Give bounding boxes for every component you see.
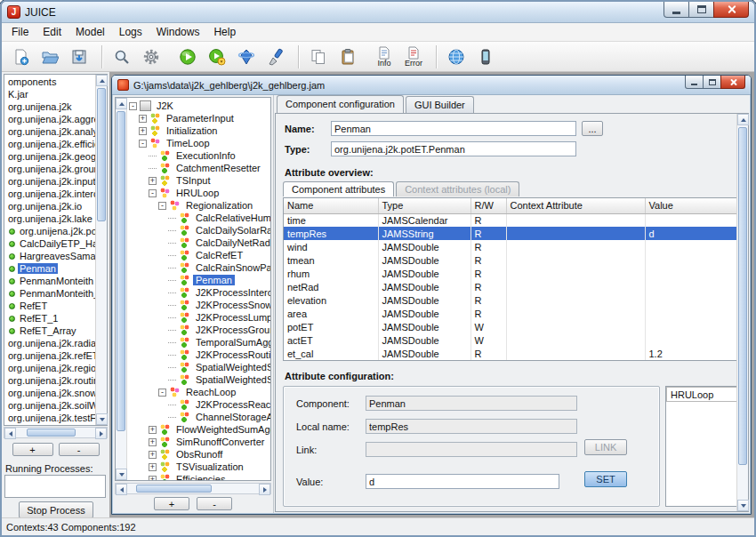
- tree-collapse-icon[interactable]: -: [129, 102, 137, 110]
- component-list-item[interactable]: org.unijena.j2k.soilWa: [4, 399, 95, 412]
- column-header[interactable]: Type: [378, 198, 470, 213]
- open-model-button[interactable]: [36, 43, 63, 70]
- scroll-down-button[interactable]: [116, 469, 127, 480]
- tree-item[interactable]: ChannelStorageAgg: [127, 411, 270, 423]
- tree-horizontal-scrollbar[interactable]: [115, 483, 271, 494]
- error-log-button[interactable]: Error: [400, 43, 427, 70]
- scroll-left-button[interactable]: [4, 428, 16, 439]
- scroll-down-button[interactable]: [96, 413, 108, 425]
- component-list-item[interactable]: RefET_1: [4, 312, 95, 325]
- tree-item[interactable]: +SimRunoffConverter: [127, 436, 270, 448]
- tree-item[interactable]: J2KProcessLumpedS: [127, 311, 270, 324]
- tree-item[interactable]: CalcRelativeHumidit: [127, 212, 270, 224]
- tree-item[interactable]: J2KProcessGroundw: [127, 324, 270, 336]
- inner-maximize-button[interactable]: [703, 76, 721, 89]
- attr-table-row[interactable]: tmeanJAMSDoubleR: [284, 253, 739, 267]
- inner-minimize-button[interactable]: [685, 76, 704, 89]
- menu-item-windows[interactable]: Windows: [149, 24, 207, 40]
- component-list-item[interactable]: PenmanMonteith_: [4, 287, 95, 300]
- tree-expand-icon[interactable]: +: [139, 127, 147, 135]
- tree-item[interactable]: +TSInput: [127, 174, 270, 187]
- new-model-button[interactable]: [7, 43, 34, 70]
- component-list-item[interactable]: org.unijena.j2k.routin: [4, 374, 95, 387]
- attr-table-row[interactable]: areaJAMSDoubleR: [284, 307, 739, 320]
- component-list-item[interactable]: RefET: [4, 300, 95, 312]
- tree-item[interactable]: +ParameterInput: [127, 112, 270, 124]
- tree-item[interactable]: ExecutionInfo: [127, 149, 270, 162]
- device-button[interactable]: [472, 43, 499, 70]
- scroll-thumb[interactable]: [97, 88, 106, 221]
- component-list-item[interactable]: org.unijena.j2k.geogr: [4, 150, 95, 163]
- attr-table-row[interactable]: potETJAMSDoubleW: [284, 320, 739, 333]
- component-list-item[interactable]: org.unijena.j2k.refET: [4, 349, 95, 362]
- tree-item[interactable]: Penman: [127, 274, 270, 286]
- close-button[interactable]: [713, 2, 749, 18]
- component-list-item[interactable]: K.jar: [4, 88, 95, 100]
- component-list-item[interactable]: org.unijena.j2k.interc: [4, 188, 95, 200]
- tree-item[interactable]: J2KProcessSnow: [127, 299, 270, 311]
- menu-item-edit[interactable]: Edit: [36, 24, 68, 40]
- add-component-button[interactable]: +: [12, 443, 53, 456]
- tree-item[interactable]: -ReachLoop: [127, 386, 270, 398]
- tree-collapse-icon[interactable]: -: [158, 389, 166, 397]
- attr-table-row[interactable]: netRadJAMSDoubleR: [284, 280, 739, 293]
- tree-collapse-icon[interactable]: -: [149, 189, 157, 197]
- column-header[interactable]: R/W: [470, 198, 506, 213]
- tree-expand-icon[interactable]: +: [149, 426, 157, 434]
- tree-expand-icon[interactable]: +: [149, 476, 157, 481]
- tab-component-configuration[interactable]: Component configuration: [277, 95, 404, 113]
- remove-component-button[interactable]: -: [59, 443, 100, 456]
- run-model-button[interactable]: [174, 43, 201, 70]
- component-list-item[interactable]: org.unijena.j2k: [4, 100, 95, 113]
- inner-close-button[interactable]: [720, 76, 745, 89]
- tree-expand-icon[interactable]: +: [149, 177, 157, 185]
- scroll-thumb[interactable]: [117, 111, 125, 431]
- component-list-item[interactable]: org.unijena.j2k.lake: [4, 212, 95, 225]
- tab-gui-builder[interactable]: GUI Builder: [406, 96, 474, 113]
- component-list-item[interactable]: omponents: [4, 76, 95, 88]
- column-header[interactable]: Name: [284, 198, 378, 213]
- component-list-item[interactable]: org.unijena.j2k.snow: [4, 387, 95, 399]
- scroll-thumb[interactable]: [27, 429, 76, 437]
- attr-table-row[interactable]: tempResJAMSStringRd: [284, 227, 739, 240]
- attr-table-row[interactable]: rhumJAMSDoubleR: [284, 267, 739, 280]
- tree-collapse-icon[interactable]: -: [139, 140, 147, 148]
- tree-add-button[interactable]: +: [154, 497, 189, 510]
- tree-item[interactable]: CalcDailySolarRadia: [127, 224, 270, 236]
- component-list-vertical-scrollbar[interactable]: [95, 75, 107, 425]
- tree-expand-icon[interactable]: +: [149, 451, 157, 459]
- tree-expand-icon[interactable]: +: [139, 115, 147, 123]
- tree-item[interactable]: +Efficiencies: [127, 473, 270, 480]
- context-list-item[interactable]: HRULoop: [666, 387, 741, 402]
- paste-button[interactable]: [334, 43, 361, 70]
- component-list-item[interactable]: org.unijena.j2k.testFu: [4, 412, 95, 424]
- attr-table-row[interactable]: windJAMSDoubleR: [284, 240, 739, 253]
- component-list-item[interactable]: org.unijena.j2k.inputD: [4, 175, 95, 188]
- component-list-item[interactable]: Penman: [4, 262, 95, 275]
- component-list-item[interactable]: RefET_Array: [4, 325, 95, 337]
- scroll-thumb[interactable]: [738, 127, 747, 465]
- settings-button[interactable]: [138, 43, 165, 70]
- tree-item[interactable]: CalcRainSnowParts: [127, 261, 270, 274]
- component-list-item[interactable]: org.unijena.j2k.aggre: [4, 113, 95, 125]
- scroll-up-button[interactable]: [116, 98, 127, 109]
- tree-item[interactable]: +ObsRunoff: [127, 448, 270, 461]
- tree-item[interactable]: TemporalSumAggreg: [127, 336, 270, 349]
- attr-table-row[interactable]: et_calJAMSDoubleR1.2: [284, 347, 739, 360]
- scroll-up-button[interactable]: [737, 114, 749, 125]
- tree-item[interactable]: CalcRefET: [127, 249, 270, 261]
- column-header[interactable]: Context Attribute: [506, 198, 645, 213]
- scroll-right-button[interactable]: [259, 484, 270, 495]
- component-list-item[interactable]: CalcDailyETP_Hau: [4, 237, 95, 250]
- attr-table-row[interactable]: actETJAMSDoubleW: [284, 333, 739, 347]
- tree-item[interactable]: SpatialWeightedSum: [127, 373, 270, 386]
- scroll-track[interactable]: [96, 86, 107, 413]
- edit-tools-button[interactable]: [262, 43, 289, 70]
- running-processes-list[interactable]: [4, 475, 106, 498]
- model-3d-button[interactable]: [233, 43, 260, 70]
- tree-item[interactable]: +TSVisualization: [127, 461, 270, 473]
- maximize-button[interactable]: [688, 2, 714, 18]
- tree-item[interactable]: CatchmentResetter: [127, 162, 270, 174]
- search-button[interactable]: [109, 43, 135, 70]
- column-header[interactable]: Value: [645, 198, 739, 213]
